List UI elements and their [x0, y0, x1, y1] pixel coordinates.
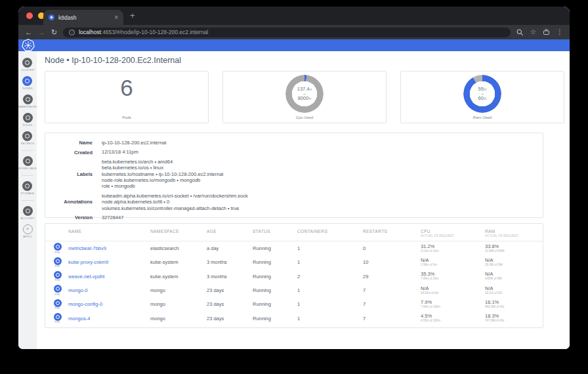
detail-value: beta.kubernetes.io/arch • amd64beta.kube… [102, 159, 223, 190]
reload-icon[interactable]: ↻ [51, 29, 57, 36]
sidebar-item-apply[interactable]: +APPLY [23, 224, 33, 238]
pod-containers: 1 [297, 287, 363, 293]
pod-name-link[interactable]: kube-proxy-cxkm9 [68, 259, 150, 265]
back-icon[interactable]: ← [25, 29, 32, 36]
sidebar-item-nodes[interactable]: NODES [22, 76, 32, 90]
extension-icon[interactable] [543, 29, 550, 35]
pod-ram-value: 16.1% [485, 300, 543, 305]
address-bar[interactable]: i localhost:4653/#/node/ip-10-10-128-200… [63, 28, 511, 37]
sidebar-item-cluster[interactable]: CLUSTER [21, 58, 34, 72]
column-header-ram: RAMACTUAL VS REQUEST [485, 229, 543, 238]
detail-value-line: node-role.kubernetes.io/mongodb • mongod… [102, 177, 223, 183]
column-header-label: RESTARTS [363, 229, 421, 234]
pod-restarts: 7 [363, 301, 421, 307]
url-host: localhost [79, 29, 101, 35]
sidebar-divider [22, 200, 33, 201]
page-info-icon[interactable]: i [69, 30, 75, 35]
pod-restarts: 0 [363, 245, 421, 251]
sidebar: CLUSTERNODESNAMESPACESROLESSECRETSWORKLO… [18, 51, 37, 349]
detail-value-line: kubernetes.io/hostname • ip-10-10-128-20… [102, 171, 223, 177]
pod-cpu-subvalue: 7.93m of 100m [421, 305, 485, 309]
column-header-sublabel: ACTUAL VS REQUEST [485, 234, 543, 238]
table-row[interactable]: PODmetricbeat-7bbv9elasticsearcha dayRun… [45, 241, 543, 255]
cpu-card-label: Cpu Used [223, 115, 386, 119]
pod-cpu-metric: 35.3%7.06m of 20m [421, 272, 485, 281]
table-row[interactable]: PODweave-net-vpdhtkube-system3 monthsRun… [45, 270, 543, 283]
sidebar-item-roles[interactable]: ROLES [23, 113, 33, 127]
sidebar-item-label: APPLY [23, 235, 32, 238]
pod-ram-metric: N/A145Mi of 0Mi [485, 272, 543, 281]
pod-ram-subvalue: 660.3Mi of 4Gi [485, 305, 543, 309]
secrets-icon [22, 131, 32, 141]
tab-close-icon[interactable]: × [114, 14, 118, 21]
detail-row: Created12/13/18 4:11pm [45, 149, 543, 155]
browser-tab[interactable]: k8dash × [43, 10, 123, 25]
detail-value-line: node.alpha.kubernetes.io/ttl • 0 [102, 199, 248, 205]
detail-value-line: volumes.kubernetes.io/controller-managed… [102, 205, 248, 211]
detail-value-line: ip-10-10-128-200.ec2.internal [102, 140, 166, 146]
new-tab-button[interactable]: + [130, 10, 135, 20]
cluster-icon [22, 58, 32, 68]
url-text: localhost:4653/#/node/ip-10-10-128-200.e… [79, 29, 208, 35]
pod-ram-subvalue: 747.9Mi of 4Gi [485, 319, 543, 323]
detail-value-line: beta.kubernetes.io/arch • amd64 [102, 159, 223, 165]
ram-card-label: Ram Used [401, 115, 564, 119]
pod-name-link[interactable]: mongo-config-0 [68, 301, 150, 307]
column-header-label: AGE [207, 229, 253, 234]
detail-value-line: beta.kubernetes.io/os • linux [102, 165, 223, 171]
pod-ram-value: N/A [485, 286, 543, 291]
table-row[interactable]: PODmongo-0mongo23 daysRunning17N/A34.92m… [45, 283, 543, 297]
nodes-icon [22, 76, 32, 86]
apply-icon: + [23, 224, 33, 234]
table-row[interactable]: PODmongos-4mongo23 daysRunning174.5%4.55… [45, 311, 543, 325]
pod-name-link[interactable]: weave-net-vpdht [68, 274, 150, 280]
account-icon [23, 206, 33, 216]
sidebar-item-label: SECRETS [21, 142, 34, 145]
sidebar-item-secrets[interactable]: SECRETS [21, 131, 34, 145]
detail-value: kubeadm.alpha.kubernetes.io/cri-socket •… [102, 193, 248, 211]
table-row[interactable]: PODkube-proxy-cxkm9kube-system3 monthsRu… [45, 255, 543, 269]
detail-label: Labels [45, 171, 93, 177]
chrome-menu-icon[interactable]: ⋮ [556, 29, 563, 35]
pod-tag-label: POD [54, 279, 60, 281]
forward-icon[interactable]: → [38, 29, 45, 36]
detail-row: Nameip-10-10-128-200.ec2.internal [45, 140, 543, 146]
cpu-used-value: 137.4m [297, 87, 312, 93]
sidebar-item-workloads[interactable]: WORKLOADS [18, 156, 37, 170]
pod-cpu-subvalue: 3.13m of 10m [421, 249, 485, 253]
sidebar-divider [22, 175, 33, 176]
pod-ram-metric: N/A29.3Mi of 0Mi [485, 258, 543, 267]
pod-restarts: 10 [363, 259, 421, 265]
pod-tag-label: POD [54, 265, 60, 268]
sidebar-item-storage[interactable]: STORAGE [21, 181, 35, 195]
pod-name-link[interactable]: mongo-0 [68, 287, 150, 293]
workloads-icon [23, 156, 33, 166]
pods-count-card: 6 Pods [45, 71, 209, 123]
pod-containers: 1 [297, 259, 363, 265]
pod-icon: POD [45, 299, 68, 310]
kubernetes-logo-icon [22, 39, 35, 52]
column-header-restarts: RESTARTS [363, 229, 421, 234]
table-row[interactable]: PODmongo-config-0mongo23 daysRunning177.… [45, 297, 543, 311]
sidebar-item-account[interactable]: ACCOUNT [20, 206, 34, 220]
zoom-icon[interactable] [516, 29, 524, 36]
pod-containers: 1 [297, 301, 363, 307]
pod-cpu-value: N/A [421, 258, 485, 263]
sidebar-item-label: WORKLOADS [18, 167, 37, 170]
close-window-button[interactable] [26, 12, 33, 19]
column-header-containers: CONTAINERS [297, 229, 363, 234]
pod-icon: POD [45, 257, 68, 268]
sidebar-item-namespaces[interactable]: NAMESPACES [18, 94, 37, 108]
page-title: Node • Ip-10-10-128-200.Ec2.Internal [45, 56, 181, 65]
sidebar-item-label: ACCOUNT [20, 217, 34, 220]
pod-status: Running [253, 245, 297, 251]
bookmark-star-icon[interactable]: ☆ [530, 29, 536, 35]
chrome-window: k8dash × + ← → ↻ i localhost:4653/#/node… [18, 7, 570, 349]
sidebar-item-label: ROLES [23, 123, 33, 127]
pod-name-link[interactable]: mongos-4 [68, 316, 150, 322]
column-header-namespace: NAMESPACE [150, 229, 207, 234]
pod-ram-metric: 16.1%660.3Mi of 4Gi [485, 300, 543, 309]
pod-cpu-metric: N/A2.98m of 0m [421, 258, 485, 267]
pod-name-link[interactable]: metricbeat-7bbv9 [68, 245, 150, 251]
pod-cpu-value: 4.5% [421, 314, 485, 319]
